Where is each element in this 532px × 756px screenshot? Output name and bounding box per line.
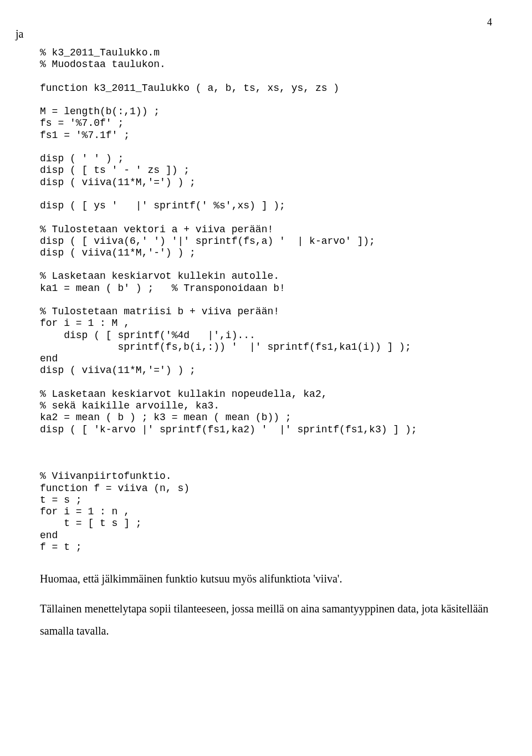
section-marker: ja [16, 28, 492, 40]
paragraph-1: Huomaa, että jälkimmäinen funktio kutsuu… [40, 568, 492, 590]
page-number: 4 [487, 17, 492, 28]
code-block: % k3_2011_Taulukko.m % Muodostaa tauluko… [40, 47, 492, 553]
page: 4 ja % k3_2011_Taulukko.m % Muodostaa ta… [0, 0, 532, 683]
paragraph-2: Tällainen menettelytapa sopii tilanteese… [40, 597, 492, 642]
